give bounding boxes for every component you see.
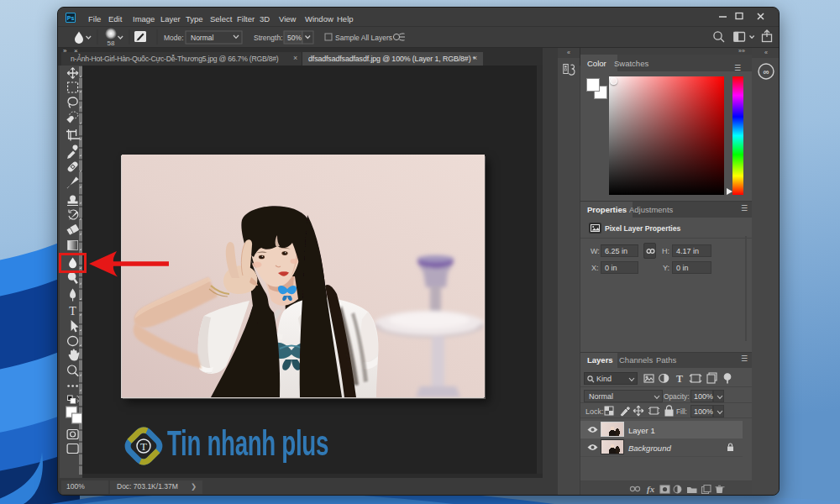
svg-text:∞: ∞ <box>764 67 769 76</box>
svg-text:fx: fx <box>647 485 655 494</box>
svg-text:Strength:: Strength: <box>254 34 283 42</box>
svg-text:Mode:: Mode: <box>164 34 184 42</box>
svg-text:Normal: Normal <box>191 34 214 42</box>
svg-text:T: T <box>69 305 76 318</box>
svg-text:T: T <box>140 440 147 453</box>
svg-text:58: 58 <box>108 39 115 47</box>
svg-text:T: T <box>676 373 683 385</box>
svg-text:50%: 50% <box>287 34 302 42</box>
svg-text:Sample All Layers: Sample All Layers <box>335 34 392 42</box>
